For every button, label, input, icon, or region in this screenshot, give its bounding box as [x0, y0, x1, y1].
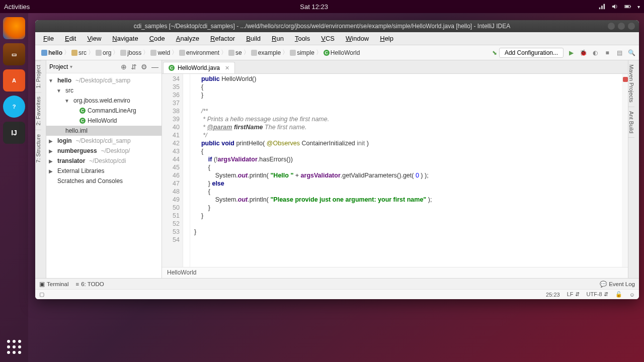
- project-structure-button[interactable]: ▤: [615, 48, 624, 57]
- menu-vcs[interactable]: VCS: [316, 33, 340, 44]
- tree-row[interactable]: ▶translator~/Desktop/cdi: [46, 156, 162, 166]
- tool-tab-mavenprojects[interactable]: Maven Projects: [628, 60, 634, 107]
- hide-panel-icon[interactable]: —: [151, 63, 158, 71]
- launcher-intellij[interactable]: IJ: [3, 122, 25, 144]
- mod-icon: [41, 50, 47, 56]
- tool-tab-favorites[interactable]: 2: Favorites: [35, 92, 41, 129]
- breadcrumb-segment[interactable]: hello: [48, 49, 62, 56]
- tree-row[interactable]: CHelloWorld: [46, 116, 162, 126]
- svg-rect-1: [601, 6, 603, 9]
- menu-edit[interactable]: Edit: [60, 33, 81, 44]
- run-button[interactable]: ▶: [567, 48, 576, 57]
- breadcrumb[interactable]: hello〉 src〉 org〉 jboss〉 weld〉 environmen…: [38, 48, 363, 57]
- volume-icon[interactable]: [611, 3, 618, 10]
- tree-row[interactable]: CCommandLineArg: [46, 106, 162, 116]
- event-log-button[interactable]: 💬 Event Log: [600, 281, 635, 288]
- tool-tab-antbuild[interactable]: Ant Build: [628, 107, 634, 138]
- launcher-help[interactable]: ?: [3, 96, 25, 118]
- breadcrumb-segment[interactable]: HelloWorld: [331, 49, 360, 56]
- collapse-all-icon[interactable]: ⇵: [131, 63, 137, 71]
- debug-button[interactable]: 🐞: [579, 48, 588, 57]
- hector-icon[interactable]: ☺: [629, 292, 635, 298]
- settings-gear-icon[interactable]: ⚙: [141, 63, 147, 71]
- project-view-select[interactable]: Project: [49, 63, 68, 70]
- tree-row[interactable]: ▼src: [46, 85, 162, 96]
- window-minimize[interactable]: [608, 23, 615, 30]
- launcher-software[interactable]: A: [3, 69, 25, 92]
- editor-tab-helloworld[interactable]: C HelloWorld.java ✕: [163, 62, 235, 73]
- run-coverage-button[interactable]: ◐: [591, 48, 600, 57]
- tree-row[interactable]: ▼hello~/Desktop/cdi_samp: [46, 75, 162, 85]
- menu-tools[interactable]: Tools: [290, 33, 315, 44]
- error-stripe[interactable]: [622, 74, 628, 267]
- menu-run[interactable]: Run: [267, 33, 289, 44]
- editor-breadcrumb[interactable]: HelloWorld: [162, 267, 628, 278]
- menu-file[interactable]: File: [38, 33, 59, 44]
- menu-view[interactable]: View: [82, 33, 106, 44]
- caret-position[interactable]: 25:23: [546, 292, 560, 298]
- menu-bar: FileEditViewNavigateCodeAnalyzeRefactorB…: [35, 32, 639, 45]
- clock[interactable]: Sat 12:23: [30, 3, 598, 11]
- menu-navigate[interactable]: Navigate: [107, 33, 143, 44]
- activities-button[interactable]: Activities: [4, 3, 30, 11]
- build-icon[interactable]: ⬊: [490, 48, 499, 57]
- breadcrumb-segment[interactable]: simple: [297, 49, 314, 56]
- breadcrumb-segment[interactable]: jboss: [127, 49, 141, 56]
- menu-code[interactable]: Code: [144, 33, 170, 44]
- network-icon[interactable]: [598, 3, 605, 10]
- run-configuration-select[interactable]: Add Configuration...: [499, 48, 564, 58]
- menu-help[interactable]: Help: [375, 33, 398, 44]
- search-icon[interactable]: 🔍: [627, 48, 636, 57]
- error-marker-icon[interactable]: [623, 77, 628, 82]
- line-separator[interactable]: LF ⇵: [567, 291, 580, 298]
- menu-analyze[interactable]: Analyze: [171, 33, 204, 44]
- tree-row[interactable]: Scratches and Consoles: [46, 176, 162, 186]
- tree-row[interactable]: hello.iml: [46, 126, 162, 136]
- editor-tabs: C HelloWorld.java ✕: [162, 60, 628, 74]
- launcher-firefox[interactable]: [3, 17, 25, 39]
- breadcrumb-segment[interactable]: environment: [186, 49, 219, 56]
- scroll-to-source-icon[interactable]: ⊕: [121, 63, 127, 71]
- launcher-show-apps[interactable]: [5, 338, 23, 356]
- status-rect-icon[interactable]: ▢: [39, 291, 44, 298]
- terminal-tool-button[interactable]: ▣ Terminal: [39, 281, 68, 288]
- fld-icon: [71, 50, 77, 56]
- project-tree[interactable]: ▼hello~/Desktop/cdi_samp▼src▼org.jboss.w…: [46, 73, 162, 278]
- tool-tab-structure[interactable]: 7: Structure: [35, 130, 41, 167]
- breadcrumb-segment[interactable]: example: [258, 49, 281, 56]
- breadcrumb-segment[interactable]: src: [78, 49, 87, 56]
- file-encoding[interactable]: UTF-8 ⇵: [587, 291, 608, 298]
- tree-row[interactable]: ▶numberguess~/Desktop/: [46, 146, 162, 156]
- menu-refactor[interactable]: Refactor: [205, 33, 240, 44]
- tree-row[interactable]: ▼org.jboss.weld.enviro: [46, 96, 162, 106]
- breadcrumb-segment[interactable]: weld: [157, 49, 170, 56]
- breadcrumb-segment[interactable]: se: [235, 49, 242, 56]
- tree-row[interactable]: ▶login~/Desktop/cdi_samp: [46, 136, 162, 146]
- pkg-icon: [228, 50, 234, 56]
- window-maximize[interactable]: [618, 23, 625, 30]
- menu-window[interactable]: Window: [341, 33, 374, 44]
- stop-button[interactable]: ■: [603, 48, 612, 57]
- project-header: Project ▾ ⊕ ⇵ ⚙ —: [46, 60, 162, 73]
- menu-build[interactable]: Build: [241, 33, 266, 44]
- breadcrumb-segment[interactable]: org: [103, 49, 111, 56]
- navigation-bar: hello〉 src〉 org〉 jboss〉 weld〉 environmen…: [35, 45, 639, 60]
- window-titlebar[interactable]: cdi_samples [~/Desktop/cdi_samples] - ..…: [35, 20, 639, 32]
- pkg-icon: [150, 50, 156, 56]
- close-tab-icon[interactable]: ✕: [225, 65, 229, 71]
- readonly-toggle-icon[interactable]: 🔓: [615, 291, 622, 298]
- code-editor[interactable]: public HelloWorld() { } /** * Prints a h…: [190, 74, 622, 267]
- fold-column[interactable]: [183, 74, 190, 267]
- system-menu-chevron[interactable]: ▾: [637, 4, 640, 10]
- line-number-gutter[interactable]: 3435363738394041424344454647484950515253…: [162, 74, 183, 267]
- tree-row[interactable]: ▶External Libraries: [46, 166, 162, 176]
- todo-tool-button[interactable]: ≡ 6: TODO: [75, 281, 104, 287]
- launcher-files[interactable]: ▭: [3, 43, 25, 65]
- ubuntu-launcher: ▭ A ? IJ: [0, 13, 28, 362]
- cls-icon: C: [324, 50, 330, 56]
- project-tool-window: Project ▾ ⊕ ⇵ ⚙ — ▼hello~/Desktop/cdi_sa…: [46, 60, 162, 278]
- battery-icon[interactable]: [624, 3, 631, 10]
- tool-tab-project[interactable]: 1: Project: [35, 60, 41, 92]
- window-close[interactable]: [628, 23, 635, 30]
- svg-rect-4: [630, 6, 631, 7]
